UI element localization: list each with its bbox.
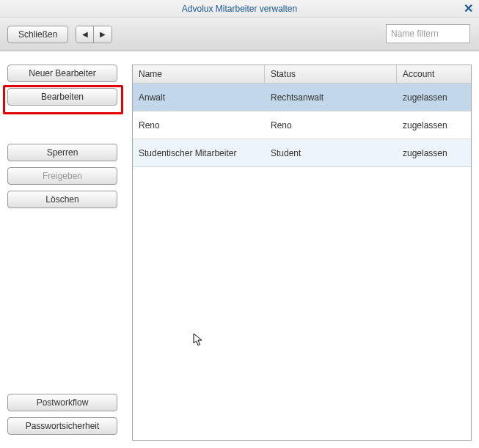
cell-account: zugelassen [397, 84, 471, 111]
cell-status: Reno [265, 111, 397, 139]
cell-name: Studentischer Mitarbeiter [133, 139, 265, 166]
main-area: Neuer Bearbeiter Bearbeiten Sperren Frei… [0, 51, 479, 448]
nav-group: ◀ ▶ [76, 26, 112, 43]
cell-name: Reno [133, 111, 265, 139]
col-header-name[interactable]: Name [133, 65, 265, 83]
col-header-status[interactable]: Status [265, 65, 397, 83]
unlock-button[interactable]: Freigeben [7, 167, 117, 185]
cell-account: zugelassen [397, 111, 471, 139]
edit-button[interactable]: Bearbeiten [7, 88, 117, 106]
cell-account: zugelassen [397, 139, 471, 166]
nav-prev-button[interactable]: ◀ [76, 26, 94, 43]
window-title: Advolux Mitarbeiter verwalten [182, 4, 297, 14]
employees-table: Name Status Account Anwalt Rechtsanwalt … [132, 65, 472, 441]
col-header-account[interactable]: Account [397, 65, 471, 83]
nav-next-button[interactable]: ▶ [94, 26, 111, 43]
cell-status: Rechtsanwalt [265, 84, 397, 111]
postworkflow-button[interactable]: Postworkflow [7, 394, 117, 411]
new-editor-button[interactable]: Neuer Bearbeiter [7, 65, 117, 82]
lock-button[interactable]: Sperren [7, 144, 117, 161]
table-row[interactable]: Reno Reno zugelassen [133, 111, 471, 139]
sidebar-bottom: Postworkflow Passwortsicherheit [7, 394, 125, 441]
cell-status: Student [265, 139, 397, 166]
table-row[interactable]: Anwalt Rechtsanwalt zugelassen [133, 84, 471, 111]
toolbar: Schließen ◀ ▶ [0, 18, 479, 51]
cell-name: Anwalt [133, 84, 265, 111]
triangle-right-icon: ▶ [100, 30, 106, 38]
table-body: Anwalt Rechtsanwalt zugelassen Reno Reno… [133, 84, 471, 167]
title-bar: Advolux Mitarbeiter verwalten ✕ [0, 0, 479, 18]
sidebar: Neuer Bearbeiter Bearbeiten Sperren Frei… [7, 65, 125, 214]
triangle-left-icon: ◀ [82, 30, 88, 38]
close-button[interactable]: Schließen [7, 26, 68, 43]
delete-button[interactable]: Löschen [7, 191, 117, 208]
name-filter-input[interactable] [386, 24, 470, 43]
table-header: Name Status Account [133, 65, 471, 84]
close-icon[interactable]: ✕ [464, 0, 473, 18]
table-row[interactable]: Studentischer Mitarbeiter Student zugela… [133, 139, 471, 167]
password-security-button[interactable]: Passwortsicherheit [7, 417, 117, 435]
